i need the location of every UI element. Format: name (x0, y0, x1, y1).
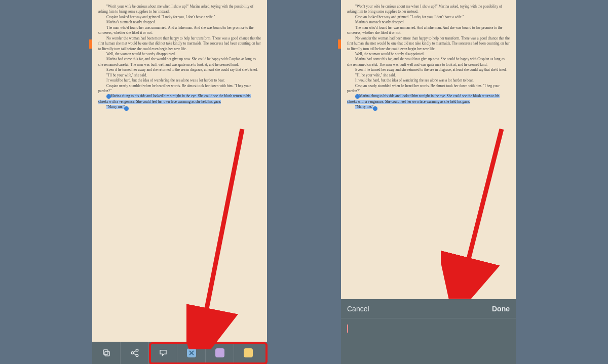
svg-point-4 (136, 354, 138, 357)
callout-rect (149, 342, 268, 364)
paragraph[interactable]: No wonder the woman had been more than h… (98, 36, 261, 52)
share-icon (130, 348, 139, 357)
svg-point-2 (136, 349, 138, 352)
selected-text[interactable]: "Marry me." (355, 105, 373, 109)
note-editor-header: Cancel Done (341, 299, 516, 318)
copy-icon (102, 348, 111, 357)
cancel-button[interactable]: Cancel (347, 305, 369, 313)
paragraph[interactable]: "Won't your wife be curious about me whe… (98, 4, 261, 15)
paragraph[interactable]: Caspian looked her way and grinned. "Luc… (98, 15, 261, 20)
selection-block[interactable]: Marina clung to his side and looked him … (347, 94, 510, 104)
device-left: "Won't your wife be curious about me whe… (92, 0, 267, 364)
paragraph[interactable]: Caspian nearly stumbled when he heard he… (98, 84, 261, 94)
svg-line-5 (133, 351, 136, 352)
copy-button[interactable] (92, 342, 121, 364)
paragraph[interactable]: Marina had come this far, and she would … (347, 57, 510, 67)
reader-page: "Won't your wife be curious about me whe… (92, 0, 267, 364)
paragraph[interactable]: No wonder the woman had been more than h… (347, 36, 510, 52)
selected-text[interactable]: "Marry me." (106, 105, 125, 109)
paragraph[interactable]: "I'll be your wife," she said. (347, 73, 510, 78)
svg-rect-0 (105, 351, 109, 356)
device-right: "Won't your wife be curious about me whe… (341, 0, 516, 364)
share-button[interactable] (121, 342, 149, 364)
paragraph[interactable]: Well, the woman would be sorely disappoi… (347, 52, 510, 57)
paragraph[interactable]: The man who'd found her was unmarried. A… (98, 25, 261, 36)
selection-block[interactable]: Marina clung to his side and looked him … (98, 94, 261, 104)
paragraph[interactable]: Caspian looked her way and grinned. "Luc… (347, 15, 510, 20)
paragraph[interactable]: "Won't your wife be curious about me whe… (347, 4, 510, 15)
selected-text[interactable]: Marina clung to his side and looked him … (347, 94, 500, 103)
paragraph[interactable]: Marina had come this far, and she would … (98, 57, 261, 67)
svg-point-3 (131, 352, 134, 354)
paragraph[interactable]: Even if he turned her away and she retur… (347, 67, 510, 72)
paragraph[interactable]: It would be hard, but the idea of wander… (98, 78, 261, 83)
paragraph[interactable]: Well, the woman would be sorely disappoi… (98, 52, 261, 57)
selection-handle-end[interactable] (124, 106, 129, 111)
bookmark-marker (338, 39, 341, 49)
selected-text[interactable]: Marina clung to his side and looked him … (98, 94, 251, 103)
paragraph[interactable]: The man who'd found her was unmarried. A… (347, 25, 510, 36)
selection-block[interactable]: "Marry me." (347, 104, 510, 109)
svg-line-6 (133, 353, 136, 355)
svg-rect-1 (103, 350, 108, 354)
bookmark-marker (89, 39, 92, 49)
paragraph[interactable]: Marina's stomach nearly dropped. (98, 20, 261, 25)
paragraph[interactable]: Caspian nearly stumbled when he heard he… (347, 84, 510, 94)
paragraph[interactable]: Marina's stomach nearly dropped. (347, 20, 510, 25)
paragraph[interactable]: It would be hard, but the idea of wander… (347, 78, 510, 83)
selection-block[interactable]: "Marry me." (98, 104, 261, 109)
note-text-input[interactable] (341, 318, 516, 364)
text-cursor (347, 325, 348, 333)
note-editor-panel: Cancel Done (341, 299, 516, 364)
paragraph[interactable]: "I'll be your wife," she said. (98, 73, 261, 78)
done-button[interactable]: Done (492, 305, 510, 313)
paragraph[interactable]: Even if he turned her away and she retur… (98, 67, 261, 72)
selection-handle-end[interactable] (373, 106, 377, 111)
